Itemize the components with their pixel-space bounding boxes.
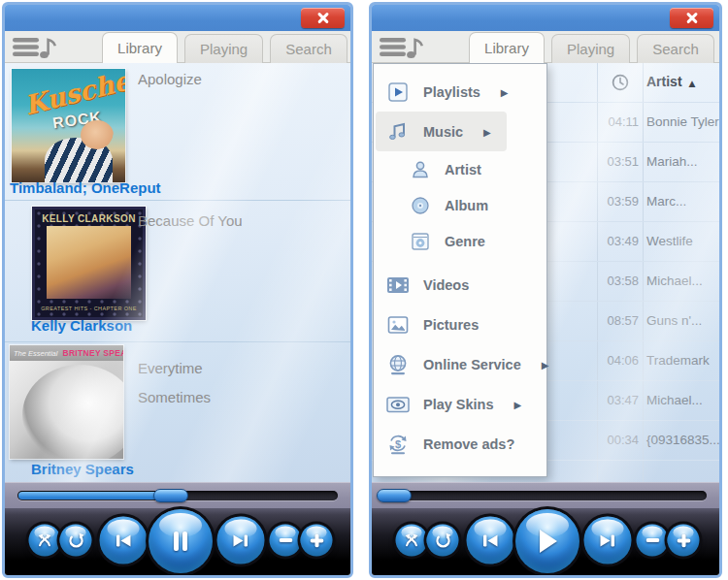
- library-menu-button[interactable]: [13, 35, 59, 60]
- album-cover[interactable]: Kuschel ROCK: [12, 69, 125, 182]
- menu-item-label: Play Skins: [423, 397, 494, 412]
- seek-strip: [372, 482, 719, 508]
- duration-cell: 03:58: [593, 274, 639, 288]
- artist-link[interactable]: Kelly Clarkson: [31, 317, 132, 334]
- pause-icon: [170, 530, 191, 553]
- volume-up-button[interactable]: [301, 525, 333, 557]
- cover-title: KELLY CLARKSON: [32, 213, 146, 224]
- genre-icon: [409, 232, 432, 251]
- menu-item-label: Pictures: [423, 317, 479, 333]
- track-title[interactable]: Because Of You: [138, 212, 243, 229]
- menu-item-play-skins[interactable]: Play Skins ▶: [374, 384, 546, 424]
- artist-header-label: Artist: [646, 74, 682, 89]
- tab-playing[interactable]: Playing: [551, 34, 630, 63]
- tab-library[interactable]: Library: [469, 32, 545, 63]
- previous-button[interactable]: [100, 517, 148, 564]
- artist-cell: Trademark: [646, 353, 710, 368]
- menu-item-remove-ads[interactable]: $ Remove ads?: [374, 424, 546, 464]
- library-menu-button[interactable]: [380, 35, 426, 60]
- menu-item-artist[interactable]: Artist: [374, 151, 546, 187]
- duration-cell: 04:11: [593, 114, 639, 129]
- svg-text:$: $: [395, 437, 401, 449]
- previous-button[interactable]: [467, 517, 514, 564]
- shuffle-button[interactable]: [29, 525, 61, 557]
- previous-icon: [114, 532, 134, 548]
- artist-link[interactable]: Timbaland; OneReput: [10, 179, 161, 196]
- playback-controls: [372, 508, 719, 575]
- tab-search[interactable]: Search: [270, 34, 347, 63]
- duration-column-header[interactable]: [612, 74, 629, 95]
- menu-item-label: Playlists: [423, 84, 480, 100]
- duration-cell: 00:34: [593, 433, 639, 447]
- seek-thumb[interactable]: [377, 489, 412, 502]
- menu-item-music[interactable]: Music ▶: [376, 112, 507, 151]
- repeat-icon: [68, 532, 83, 548]
- previous-icon: [480, 532, 501, 548]
- repeat-icon: [435, 532, 450, 548]
- artist-cell: Guns n'...: [646, 313, 702, 328]
- minus-icon: [645, 538, 659, 543]
- seek-thumb[interactable]: [153, 489, 188, 502]
- artist-cell: Mariah...: [646, 154, 698, 169]
- tab-search[interactable]: Search: [637, 34, 714, 63]
- cover-photo: [47, 226, 131, 299]
- playlists-icon: [385, 81, 411, 103]
- volume-down-button[interactable]: [270, 525, 302, 557]
- clock-icon: [612, 74, 629, 91]
- next-button[interactable]: [217, 517, 265, 564]
- cover-banner: The Essential BRITNEY SPEARS: [10, 345, 123, 361]
- menu-item-playlists[interactable]: Playlists ▶: [374, 72, 546, 112]
- artist-link[interactable]: Britney Spears: [31, 461, 134, 477]
- next-icon: [231, 532, 251, 548]
- volume-up-button[interactable]: [668, 525, 700, 557]
- cover-subtitle: BRITNEY SPEARS: [62, 348, 123, 358]
- menu-item-videos[interactable]: Videos: [374, 265, 546, 305]
- playback-controls: [5, 508, 350, 575]
- pause-button[interactable]: [149, 509, 213, 573]
- player-window-library-albums: Library Playing Search Kuschel ROCK Apol…: [2, 2, 353, 578]
- cover-title: The Essential: [14, 349, 57, 358]
- album-list: Kuschel ROCK Apologize Timbaland; OneRep…: [5, 63, 350, 482]
- shuffle-icon: [405, 534, 419, 547]
- seek-slider[interactable]: [384, 491, 707, 500]
- menu-item-label: Music: [423, 124, 463, 140]
- duration-cell: 03:47: [593, 393, 639, 407]
- next-button[interactable]: [584, 517, 632, 564]
- track-title[interactable]: Apologize: [138, 71, 202, 87]
- album-cover[interactable]: KELLY CLARKSON GREATEST HITS - CHAPTER O…: [32, 207, 146, 320]
- play-icon: [535, 528, 560, 555]
- artist-cell: Michael...: [646, 393, 703, 407]
- tabs: Library Playing Search: [469, 32, 714, 63]
- titlebar[interactable]: [372, 5, 719, 31]
- menu-item-genre[interactable]: Genre: [374, 223, 546, 259]
- track-title[interactable]: Sometimes: [138, 389, 211, 405]
- close-button[interactable]: [301, 8, 345, 28]
- album-cover[interactable]: The Essential BRITNEY SPEARS: [10, 345, 123, 459]
- shuffle-button[interactable]: [396, 525, 428, 557]
- list-divider: [5, 200, 350, 201]
- menu-item-online-service[interactable]: Online Service ▶: [374, 344, 546, 384]
- track-title[interactable]: Everytime: [138, 360, 203, 376]
- tab-library[interactable]: Library: [102, 32, 178, 63]
- menu-item-pictures[interactable]: Pictures: [374, 305, 546, 344]
- list-divider: [5, 341, 350, 342]
- plus-icon: [677, 533, 690, 547]
- titlebar[interactable]: [5, 5, 350, 31]
- seek-slider[interactable]: [17, 491, 338, 500]
- volume-down-button[interactable]: [637, 525, 669, 557]
- repeat-button[interactable]: [60, 525, 92, 557]
- menu-item-label: Genre: [445, 234, 485, 249]
- play-button[interactable]: [515, 509, 579, 573]
- globe-icon: [385, 354, 411, 375]
- submenu-arrow-icon: ▶: [514, 399, 522, 410]
- tab-bar: Library Playing Search: [5, 31, 350, 63]
- tab-playing[interactable]: Playing: [184, 34, 263, 63]
- artist-column-header[interactable]: Artist▲: [646, 74, 695, 89]
- submenu-arrow-icon: ▶: [542, 359, 549, 371]
- submenu-arrow-icon: ▶: [483, 126, 491, 138]
- close-button[interactable]: [670, 8, 713, 28]
- menu-item-album[interactable]: Album: [374, 187, 546, 223]
- menu-item-label: Remove ads?: [423, 436, 514, 452]
- repeat-button[interactable]: [427, 525, 459, 557]
- eye-skin-icon: [385, 395, 411, 414]
